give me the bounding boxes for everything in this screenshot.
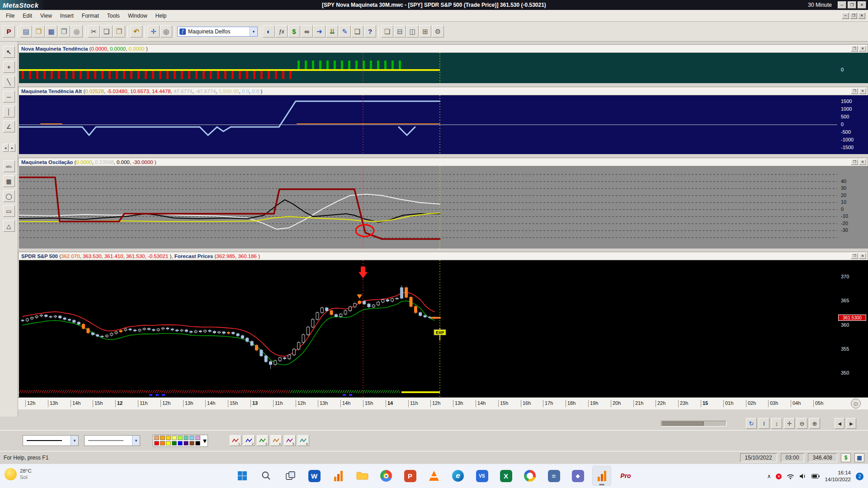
cut-button[interactable]: ✂: [88, 25, 100, 38]
tile-horizontal-button[interactable]: ⊟: [394, 25, 406, 38]
help-pointer-button[interactable]: ?: [364, 25, 376, 38]
menu-file[interactable]: File: [2, 11, 19, 21]
explorer-button[interactable]: ◐: [263, 25, 275, 38]
powerpoint-icon[interactable]: P: [401, 466, 420, 486]
chart-style-2[interactable]: 2: [243, 435, 255, 446]
pan-button[interactable]: ✛: [784, 418, 795, 429]
crosshair-pointer-button[interactable]: I: [759, 418, 769, 429]
dollar-status-icon[interactable]: $: [841, 453, 851, 462]
panel-restore-button[interactable]: ❐: [851, 88, 858, 94]
crosshair-button[interactable]: ✛: [147, 25, 160, 38]
vertical-line-tool[interactable]: │: [3, 106, 15, 117]
chart-style-6[interactable]: 6: [297, 435, 309, 446]
horizontal-line-tool[interactable]: ─: [3, 91, 15, 103]
panel-close-button[interactable]: ✕: [859, 159, 866, 165]
palette-color[interactable]: [172, 436, 177, 440]
print-button[interactable]: ❐: [58, 25, 70, 38]
zoom-button[interactable]: ◎: [160, 25, 172, 38]
panel-close-button[interactable]: ✕: [859, 46, 866, 52]
expert-advisor-button[interactable]: $: [288, 25, 300, 38]
tray-chevron-icon[interactable]: ∧: [767, 473, 771, 479]
zoom-out-button[interactable]: ⊖: [797, 418, 807, 429]
cascade-windows-button[interactable]: ❏: [381, 25, 393, 38]
wifi-icon[interactable]: [787, 474, 794, 479]
palette-color[interactable]: [154, 441, 159, 446]
palette-color[interactable]: [189, 436, 194, 440]
tray-antivirus-icon[interactable]: ✕: [776, 474, 782, 479]
pointer-tool[interactable]: ↖: [3, 46, 15, 58]
paste-button[interactable]: ❐: [113, 25, 125, 38]
scan-button[interactable]: ∞: [301, 25, 313, 38]
horizontal-scrollbar[interactable]: [661, 421, 726, 427]
menu-edit[interactable]: Edit: [19, 11, 36, 21]
options-button[interactable]: ⚙: [432, 25, 444, 38]
menu-window[interactable]: Window: [124, 11, 151, 21]
palette-color[interactable]: [166, 436, 171, 440]
app-icon[interactable]: ◆: [568, 466, 587, 486]
tile-vertical-button[interactable]: ◫: [406, 25, 419, 38]
palette-color[interactable]: [195, 441, 200, 446]
dropdown-arrow-icon[interactable]: ▾: [132, 436, 140, 446]
tile-grid-button[interactable]: ⊞: [419, 25, 431, 38]
panel-restore-button[interactable]: ❐: [851, 253, 858, 259]
undo-button[interactable]: ↶: [130, 25, 142, 38]
page-right-button[interactable]: ▶: [846, 418, 856, 429]
rectangle-tool[interactable]: ▭: [3, 205, 15, 217]
save-button[interactable]: ▦: [45, 25, 57, 38]
panel-restore-button[interactable]: ❐: [851, 159, 858, 165]
indicator-builder-button[interactable]: ƒx: [275, 25, 288, 38]
price-chart-panel[interactable]: EXP 370365360355350361.5300: [18, 260, 868, 397]
chart-app-icon[interactable]: [329, 466, 348, 486]
copy-button[interactable]: ❏: [100, 25, 113, 38]
child-minimize-button[interactable]: ─: [842, 13, 849, 19]
palette-color[interactable]: [189, 441, 194, 446]
forecaster-button[interactable]: ➔: [313, 25, 326, 38]
triangle-tool[interactable]: △: [3, 220, 15, 232]
indicator-combobox[interactable]: ƒMaquineta Delfos▾: [177, 27, 258, 37]
excel-icon[interactable]: X: [496, 466, 515, 486]
child-close-button[interactable]: ✕: [858, 13, 865, 19]
trendline-tool[interactable]: ╲: [3, 76, 15, 88]
dropdown-arrow-icon[interactable]: ▾: [250, 27, 257, 36]
palette-color[interactable]: [195, 436, 200, 440]
grid-tool[interactable]: ▦: [3, 175, 15, 187]
chart-tips-button[interactable]: ☺: [851, 399, 861, 408]
palette-color[interactable]: [160, 441, 165, 446]
scrollbar-thumb[interactable]: [662, 422, 704, 426]
palette-color[interactable]: [184, 441, 189, 446]
tendencia-panel[interactable]: 0: [18, 53, 868, 83]
browser-icon[interactable]: [520, 466, 539, 486]
angle-line-tool[interactable]: ∠: [3, 121, 15, 132]
minimize-button[interactable]: ─: [838, 1, 846, 9]
volume-icon[interactable]: [799, 473, 807, 479]
chart-style-3[interactable]: 3: [257, 435, 269, 446]
dropdown-arrow-icon[interactable]: ▾: [71, 436, 78, 446]
close-button[interactable]: ✕: [858, 1, 866, 9]
palette-color[interactable]: [166, 441, 171, 446]
chart-style-5[interactable]: 5: [284, 435, 296, 446]
zoom-in-button[interactable]: ⊕: [809, 418, 820, 429]
panel-restore-button[interactable]: ❐: [851, 46, 858, 52]
downloader-button[interactable]: ⇊: [326, 25, 338, 38]
page-left-button[interactable]: ◀: [835, 418, 844, 429]
grid-status-icon[interactable]: ▦: [854, 453, 864, 462]
menu-insert[interactable]: Insert: [56, 11, 78, 21]
print-preview-button[interactable]: ◎: [71, 25, 83, 38]
word-icon[interactable]: W: [305, 466, 324, 486]
menu-tools[interactable]: Tools: [103, 11, 124, 21]
vlc-icon[interactable]: [425, 466, 443, 486]
open-button[interactable]: ❒: [33, 25, 45, 38]
power-console-button[interactable]: P: [3, 25, 15, 38]
taskbar-clock[interactable]: 16:14 14/10/2022: [825, 469, 851, 483]
time-axis[interactable]: ☺ 12h13h14h15h1211h12h13h14h15h1311h12h1…: [18, 397, 868, 409]
palette-color[interactable]: [178, 436, 183, 440]
task-view-button[interactable]: [281, 466, 300, 486]
file-explorer-icon[interactable]: [353, 466, 372, 486]
menu-format[interactable]: Format: [78, 11, 103, 21]
palette-color[interactable]: [172, 441, 177, 446]
panel-close-button[interactable]: ✕: [859, 253, 866, 259]
ellipse-tool[interactable]: ◯: [3, 190, 15, 202]
restore-button[interactable]: ❐: [848, 1, 856, 9]
oscilacao-panel[interactable]: 403020100-10-20-30: [18, 166, 868, 249]
code-app-icon[interactable]: VS: [472, 466, 491, 486]
